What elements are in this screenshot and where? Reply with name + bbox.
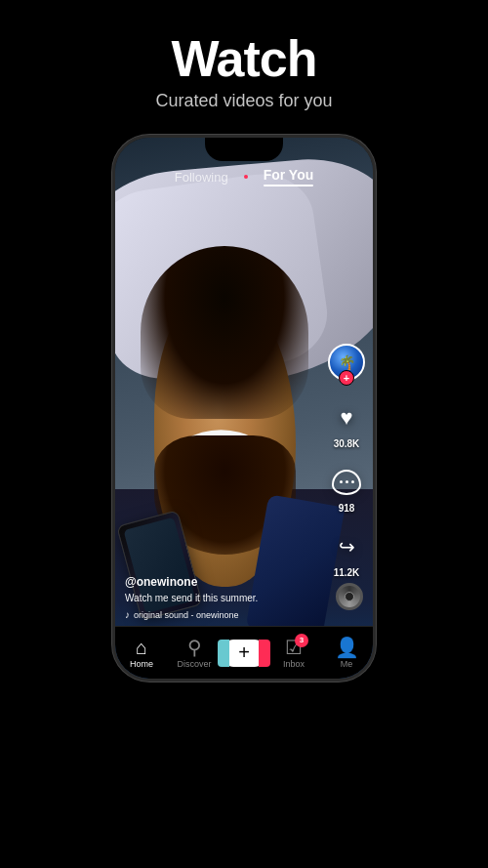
creator-avatar-container[interactable]: 🌴 +	[328, 344, 365, 381]
comment-group: 918	[329, 465, 364, 514]
right-sidebar: 🌴 + ♥ 30.8K	[328, 344, 365, 578]
tiktok-ui-overlay: Following For You 🌴 + ♥	[115, 138, 373, 679]
inbox-label: Inbox	[283, 659, 305, 669]
bottom-nav-bar: ⌂ Home ⚲ Discover + ☑ 3	[115, 626, 373, 679]
share-count: 11.2K	[334, 567, 360, 578]
like-group: ♥ 30.8K	[329, 400, 364, 449]
nav-me[interactable]: 👤 Me	[325, 638, 368, 669]
video-info: @onewinone Watch me send it this summer.…	[125, 575, 319, 620]
comment-dots	[340, 480, 354, 483]
comment-count: 918	[339, 503, 355, 514]
nav-inbox[interactable]: ☑ 3 Inbox	[272, 638, 315, 669]
nav-home[interactable]: ⌂ Home	[120, 638, 163, 669]
video-caption: Watch me send it this summer.	[125, 592, 319, 604]
comment-dot-1	[340, 480, 343, 483]
home-label: Home	[130, 659, 153, 669]
top-navigation: Following For You	[115, 167, 373, 186]
music-disc	[336, 583, 363, 610]
share-button[interactable]: ↪	[329, 529, 364, 564]
phone-notch	[205, 138, 283, 161]
hero-section: Watch Curated videos for you	[0, 0, 488, 127]
avatar-image: 🌴	[339, 354, 355, 370]
for-you-underline	[264, 185, 314, 186]
creator-username[interactable]: @onewinone	[125, 575, 319, 589]
profile-icon: 👤	[335, 638, 359, 657]
discover-icon: ⚲	[187, 638, 202, 657]
hero-title: Watch	[0, 31, 488, 87]
phone-wrapper: Following For You 🌴 + ♥	[0, 135, 488, 682]
inbox-wrapper: ☑ 3	[285, 638, 303, 657]
hero-subtitle: Curated videos for you	[0, 91, 488, 111]
share-group: ↪ 11.2K	[329, 529, 364, 578]
comment-dot-3	[351, 480, 354, 483]
nav-separator-dot	[244, 175, 248, 179]
home-icon: ⌂	[136, 638, 147, 657]
music-note-icon: ♪	[125, 609, 130, 620]
comment-dot-2	[346, 480, 348, 483]
comment-button[interactable]	[329, 465, 364, 500]
me-label: Me	[341, 659, 353, 669]
for-you-tab[interactable]: For You	[264, 167, 314, 186]
like-button[interactable]: ♥	[329, 400, 364, 435]
nav-discover[interactable]: ⚲ Discover	[173, 638, 216, 669]
plus-icon: +	[225, 640, 263, 667]
for-you-label: For You	[264, 167, 314, 183]
like-count: 30.8K	[334, 438, 360, 449]
following-tab[interactable]: Following	[175, 170, 228, 185]
phone-device: Following For You 🌴 + ♥	[112, 135, 376, 682]
inbox-badge: 3	[295, 634, 308, 647]
comment-icon	[332, 470, 361, 495]
sound-name: original sound - onewinone	[134, 610, 239, 620]
create-button[interactable]: +	[225, 640, 263, 667]
sound-info: ♪ original sound - onewinone	[125, 609, 319, 620]
follow-plus-button[interactable]: +	[339, 370, 354, 386]
discover-label: Discover	[177, 659, 211, 669]
